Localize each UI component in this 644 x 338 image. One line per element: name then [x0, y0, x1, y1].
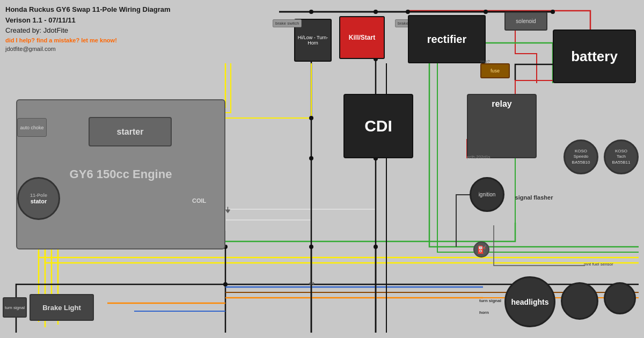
svg-point-13 — [406, 10, 410, 14]
koso-speedo: KOSO Speedo BA55B10 — [564, 139, 598, 174]
coil-label: COIL — [192, 197, 206, 204]
headlight-aux2 — [604, 282, 636, 314]
svg-point-14 — [484, 10, 488, 14]
koso-tach: KOSO Tach BA55B11 — [604, 139, 639, 174]
fuse: fuse — [480, 63, 510, 78]
connector-icon: ⇔ — [309, 279, 315, 288]
relay-model: pclh-202d1s — [467, 155, 491, 159]
ignition: ignition — [470, 177, 504, 212]
brake-light: Brake Light — [30, 294, 94, 321]
cdi: CDI — [343, 94, 413, 158]
relay: relay — [467, 94, 537, 158]
brake-switch-1: brake switch — [273, 19, 302, 27]
stator: 11-Pole stator — [17, 177, 60, 220]
signal-flasher: signal flasher — [513, 182, 555, 212]
horn-label: horn — [479, 310, 489, 315]
turn-signal-left: turn signal — [3, 297, 27, 318]
stator-sub: 11-Pole — [30, 193, 47, 198]
svg-point-11 — [309, 10, 313, 14]
fuel-sensor-label: mnt fuel sensor — [584, 262, 613, 267]
svg-point-18 — [309, 156, 313, 160]
turn-signal-right: turn signal — [479, 298, 501, 303]
headlight-aux1 — [561, 282, 598, 320]
stator-label: stator — [31, 198, 47, 204]
rectifier: rectifier — [408, 15, 486, 63]
solenoid: solenoid — [504, 12, 547, 31]
battery: battery — [553, 30, 636, 83]
headlights: headlights — [504, 276, 555, 327]
svg-point-23 — [223, 282, 228, 286]
svg-point-21 — [374, 245, 378, 249]
svg-point-24 — [309, 116, 313, 120]
starter: starter — [89, 117, 172, 146]
kill-start: Kill/Start — [339, 16, 385, 59]
svg-point-20 — [309, 245, 313, 249]
svg-point-15 — [551, 10, 555, 14]
svg-point-12 — [374, 10, 378, 14]
fuel-gauge-icon: ⛽ — [473, 241, 489, 258]
auto-choke: auto choke — [17, 118, 47, 137]
ground-symbol-coil: ⏚ — [225, 205, 230, 214]
